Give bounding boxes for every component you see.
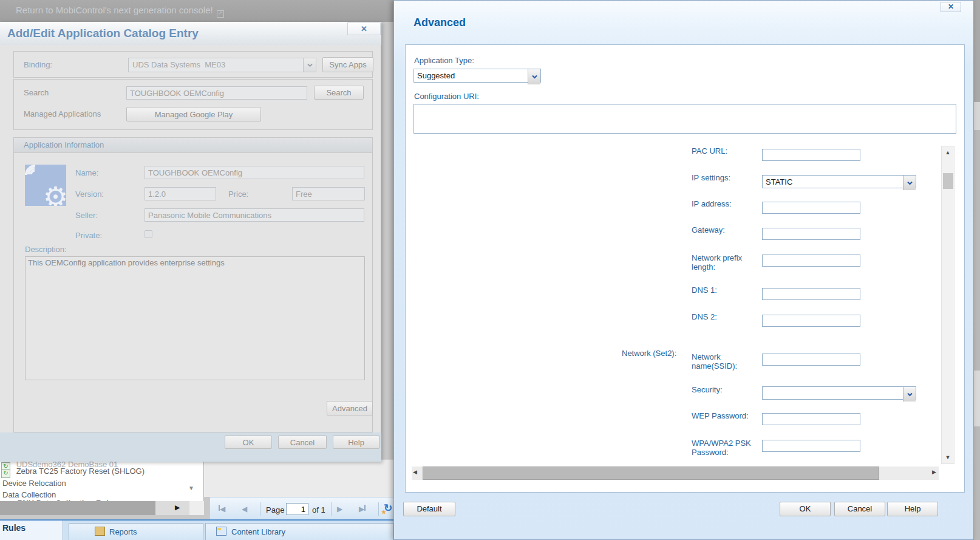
close-button[interactable]: ✕ [941,2,961,12]
wpa-psk-password-input[interactable] [762,440,860,452]
seller-input[interactable] [145,208,364,222]
scrollbar-thumb[interactable] [423,467,879,480]
binding-group: Binding: UDS Data Systems ME03 Sync Apps [13,51,373,78]
application-information-header: Application Information [14,138,372,153]
catalog-entry-dialog: Add/Edit Application Catalog Entry ✕ Bin… [0,22,381,462]
search-input[interactable] [126,86,307,100]
application-type-select[interactable]: Suggested [413,69,541,83]
advanced-form-panel: Application Type: Suggested Configuratio… [405,44,965,493]
separator [260,502,260,516]
default-button[interactable]: Default [403,502,455,516]
refresh-icon[interactable]: ↻★ [384,503,392,513]
dns2-input[interactable] [762,315,860,327]
name-input[interactable] [145,166,364,179]
tab-reports[interactable]: Reports [69,523,203,540]
help-button[interactable]: Help [887,502,938,516]
dialog-title: Add/Edit Application Catalog Entry [7,27,199,40]
network-name-ssid-input[interactable] [762,354,860,366]
binding-label: Binding: [24,60,52,69]
scrollbar-thumb[interactable] [0,501,155,515]
scroll-up-icon[interactable]: ▲ [942,146,954,159]
list-scroll-down-icon[interactable]: ▼ [188,485,194,491]
scroll-right-icon[interactable]: ▶ [932,469,936,475]
form-vertical-scrollbar[interactable]: ▲ ▼ [941,146,954,464]
tab-rules[interactable]: Rules [0,521,63,540]
gateway-label: Gateway: [692,225,762,234]
ip-settings-label: IP settings: [692,173,762,182]
cancel-button[interactable]: Cancel [834,502,885,516]
scroll-down-icon[interactable]: ▼ [942,451,954,463]
ip-address-label: IP address: [692,199,762,208]
private-label: Private: [75,231,102,240]
pac-url-label: PAC URL: [692,146,762,156]
search-button[interactable]: Search [314,86,364,100]
content-library-icon [216,527,226,536]
mobicontrol-screen: { "icons": { "close": "✕", "external": "… [0,0,980,540]
list-item[interactable]: ↻ Zebra TC25 Factory Reset (SHLOG) [1,467,202,478]
return-console-link[interactable]: Return to MobiControl's next generation … [16,5,224,16]
wpa-psk-password-label: WPA/WPA2 PSK Password: [692,439,762,457]
form-horizontal-scrollbar[interactable]: ◀ ▶ [412,467,939,480]
dns1-label: DNS 1: [692,285,762,295]
window-edge-strip [974,0,980,540]
network-name-ssid-label: Network name(SSID): [692,352,762,371]
chevron-down-icon[interactable] [903,176,916,190]
last-page-button[interactable]: ▶ [359,505,366,513]
search-label: Search [24,88,49,97]
security-select[interactable] [762,386,916,400]
app-icon: ⚙ [25,165,66,206]
scroll-right-icon[interactable]: ▶ [175,504,180,511]
gateway-input[interactable] [762,228,860,240]
price-input[interactable] [292,187,365,200]
advanced-dialog: ✕ Advanced Application Type: Suggested C… [393,0,974,540]
dialog-footer: OK Cancel Help [0,432,381,462]
chevron-down-icon[interactable] [303,58,316,72]
chevron-down-icon[interactable] [528,69,540,84]
list-horizontal-scrollbar[interactable]: ▶ [0,501,189,515]
price-label: Price: [228,190,248,199]
pac-url-input[interactable] [762,149,860,161]
version-input[interactable] [145,187,216,200]
page-number-input[interactable] [286,503,308,515]
description-label: Description: [25,245,67,254]
ip-address-input[interactable] [762,202,860,214]
ip-settings-select[interactable]: STATIC [762,175,916,188]
advanced-button[interactable]: Advanced [327,401,373,415]
page-of-label: of 1 [312,505,325,514]
configuration-uri-textarea[interactable] [413,104,956,134]
dialog-title: Advanced [413,16,466,29]
tab-content-library[interactable]: Content Library [205,523,393,540]
pagination-bar: ◀ ◀ Page of 1 ▶ ▶ ↻★ [209,497,393,519]
background-panel [204,459,393,497]
search-group: Search Search Managed Applications Manag… [13,79,373,130]
first-page-button[interactable]: ◀ [219,505,225,513]
network-prefix-length-label: Network prefix length: [692,253,762,272]
previous-page-button[interactable]: ◀ [242,505,247,513]
network-prefix-length-input[interactable] [762,255,860,267]
private-checkbox[interactable] [145,230,152,238]
list-item[interactable]: Device Relocation [2,479,203,490]
cancel-button[interactable]: Cancel [278,436,327,449]
help-button[interactable]: Help [333,436,379,449]
external-link-icon: ↗ [217,10,224,18]
sync-apps-button[interactable]: Sync Apps [322,57,373,72]
wep-password-input[interactable] [762,413,860,425]
name-label: Name: [75,168,98,177]
dns1-input[interactable] [762,288,860,300]
binding-dropdown[interactable]: UDS Data Systems ME03 [128,58,316,72]
chevron-down-icon[interactable] [903,387,916,402]
close-button[interactable]: ✕ [347,22,381,35]
scrollbar-thumb[interactable] [943,173,953,189]
next-page-button[interactable]: ▶ [337,505,342,513]
managed-applications-label: Managed Applications [24,109,101,118]
description-textarea[interactable]: This OEMConfig application provides ente… [25,256,365,380]
separator [378,502,379,516]
scroll-left-icon[interactable]: ◀ [413,469,417,475]
rule-sync-icon: ↻ [1,469,10,478]
dns2-label: DNS 2: [692,312,762,321]
managed-google-play-button[interactable]: Managed Google Play [126,107,261,121]
application-information-group: Application Information ⚙ Name: Version:… [13,137,373,432]
ok-button[interactable]: OK [225,436,272,449]
network-set2-label: Network (Set2): [622,349,689,358]
ok-button[interactable]: OK [780,502,831,516]
